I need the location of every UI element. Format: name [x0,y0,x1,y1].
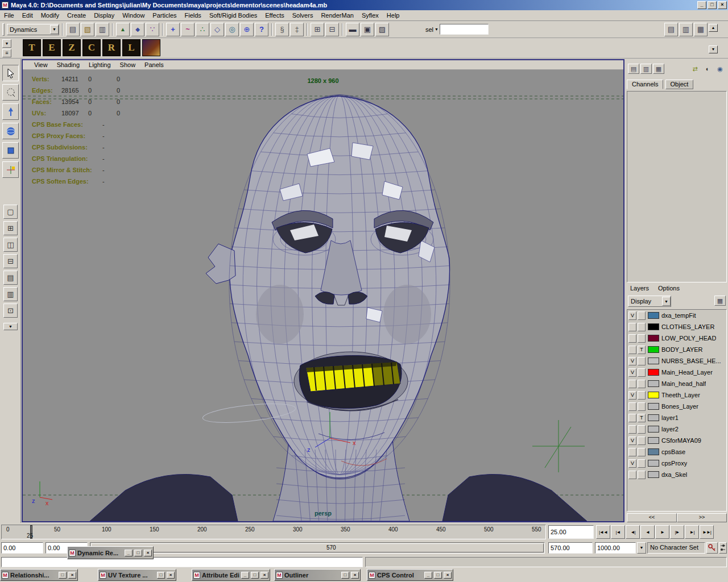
layer-type-toggle[interactable] [638,368,646,377]
layout-hypergraph-button[interactable]: ⊡ [3,304,18,318]
render-button[interactable]: ▬ [346,23,359,36]
restore-button[interactable]: □ [59,572,67,579]
layer-row[interactable]: Main_head_half [627,378,726,389]
layout-two-side-button[interactable]: ◫ [3,238,18,252]
layer-type-toggle[interactable] [638,391,646,400]
layer-color-swatch[interactable] [648,437,659,444]
layout-four-pane-button[interactable]: ⊞ [3,221,18,235]
layer-row[interactable]: CLOTHES_LAYER [627,321,726,332]
layer-row[interactable]: layer2 [627,423,726,435]
shelf-item-t[interactable]: T [23,39,41,56]
menu-display[interactable]: Display [90,11,118,20]
minimized-window-outliner[interactable]: M Outliner □ × [274,569,361,581]
restore-button[interactable]: □ [251,572,259,579]
menu-create[interactable]: Create [63,11,90,20]
title-bar[interactable]: M Maya 4.0: D:\Documents and Settings\ju… [0,0,728,10]
animation-preferences-button[interactable] [719,542,727,554]
rotate-tool[interactable] [2,123,19,139]
menu-solvers[interactable]: Solvers [288,11,317,20]
step-forward-button[interactable]: |► [670,525,684,539]
frame-display-button[interactable]: ⊟ [325,23,339,36]
layer-color-swatch[interactable] [648,346,659,353]
snap-curves-button[interactable]: ~ [181,23,195,36]
shelf-item-l[interactable]: L [122,39,140,56]
save-scene-button[interactable]: ▥ [96,23,109,36]
shelf-item-e[interactable]: E [43,39,61,56]
outline-view-button[interactable]: ▦ [653,64,664,74]
list-view-button[interactable]: ▤ [628,64,639,74]
restore-button[interactable]: □ [157,572,165,579]
tool-settings-toggle-button[interactable]: ▥ [679,23,693,36]
make-live-button[interactable]: ◎ [225,23,239,36]
shelf-scroll-up-button[interactable]: ▲ [709,24,718,32]
playback-end-field[interactable] [548,542,593,554]
layer-row[interactable]: VNURBS_BASE_HE... [627,355,726,367]
next-key-button[interactable]: ►| [685,525,699,539]
minimize-button[interactable]: _ [697,1,706,9]
quick-select-input[interactable] [440,24,489,35]
tab-channels[interactable]: Channels [627,80,663,89]
viewport-menu-shading[interactable]: Shading [52,61,84,69]
shelf-scroll-down-button[interactable]: ▼ [709,45,718,53]
menu-help[interactable]: Help [383,11,404,20]
layer-visibility-toggle[interactable]: V [628,357,636,365]
menu-set-selector[interactable]: Dynamics ▼ [7,24,59,35]
layer-visibility-toggle[interactable]: V [628,391,636,400]
menu-syflex[interactable]: Syflex [358,11,383,20]
layer-type-toggle[interactable] [638,436,646,445]
layer-type-toggle[interactable] [638,459,646,468]
layer-pager-prev-button[interactable]: << [627,513,677,522]
layer-row[interactable]: dxa_Skel [627,469,726,480]
layer-row[interactable]: Vdxa_tempFit [627,310,726,321]
render-globals-button[interactable]: ▨ [375,23,389,36]
character-set-dropdown-button[interactable]: ▼ [637,542,646,554]
menu-fields[interactable]: Fields [181,11,205,20]
modeling-panel-button[interactable]: ‡ [290,23,304,36]
layer-pager-next-button[interactable]: >> [677,513,727,522]
layer-type-toggle[interactable] [638,323,646,331]
new-layer-button[interactable]: ▦ [714,296,726,306]
layer-type-toggle[interactable] [638,311,646,320]
viewport-menu-lighting[interactable]: Lighting [84,61,115,69]
scale-tool[interactable] [2,142,19,159]
viewport-menu-view[interactable]: View [30,61,52,69]
time-slider-track[interactable]: 0 50 100 150 200 250 300 350 400 450 500… [1,525,546,539]
tab-object[interactable]: Object [665,80,694,89]
close-button[interactable]: × [144,550,152,556]
toolbar-grip[interactable] [2,23,5,36]
layer-row[interactable]: cpsBase [627,446,726,458]
layer-row[interactable]: VMain_Head_Layer [627,367,726,378]
snap-planes-button[interactable]: ◇ [210,23,224,36]
previous-key-button[interactable]: |◄ [611,525,625,539]
maximize-button[interactable]: □ [708,1,717,9]
layer-visibility-toggle[interactable] [628,414,636,422]
menu-edit[interactable]: Edit [18,11,37,20]
quick-help-button[interactable]: ? [255,23,268,36]
ipr-render-button[interactable]: ▣ [361,23,374,36]
layer-type-toggle[interactable] [638,402,646,411]
range-slider-bar[interactable]: 570 [91,543,544,552]
show-manipulator-tool[interactable] [2,161,19,178]
select-tool[interactable] [2,65,19,81]
viewport-menu-show[interactable]: Show [115,61,140,69]
range-slider-track[interactable]: 570 [90,542,545,554]
construction-history-button[interactable]: § [275,23,289,36]
layer-color-swatch[interactable] [648,426,659,433]
layer-visibility-toggle[interactable] [628,346,636,354]
layer-visibility-toggle[interactable]: V [628,436,636,445]
minimize-button[interactable]: _ [424,572,432,579]
layer-color-swatch[interactable] [648,392,659,398]
viewport-canvas[interactable]: x z z x 1280 x 960 persp [23,70,623,521]
layer-type-toggle[interactable] [638,357,646,365]
menu-particles[interactable]: Particles [148,11,180,20]
restore-button[interactable]: □ [341,572,349,579]
layer-color-swatch[interactable] [648,323,659,330]
new-scene-button[interactable]: ▤ [66,23,80,36]
layer-visibility-toggle[interactable] [628,448,636,456]
layer-row[interactable]: VCSforMAYA09 [627,435,726,446]
layer-type-toggle[interactable] [638,334,646,343]
animation-start-field[interactable] [1,542,43,554]
layout-more-button[interactable]: ▼ [3,323,18,330]
shelf-item-c[interactable]: C [82,39,101,56]
layer-visibility-toggle[interactable] [628,380,636,388]
